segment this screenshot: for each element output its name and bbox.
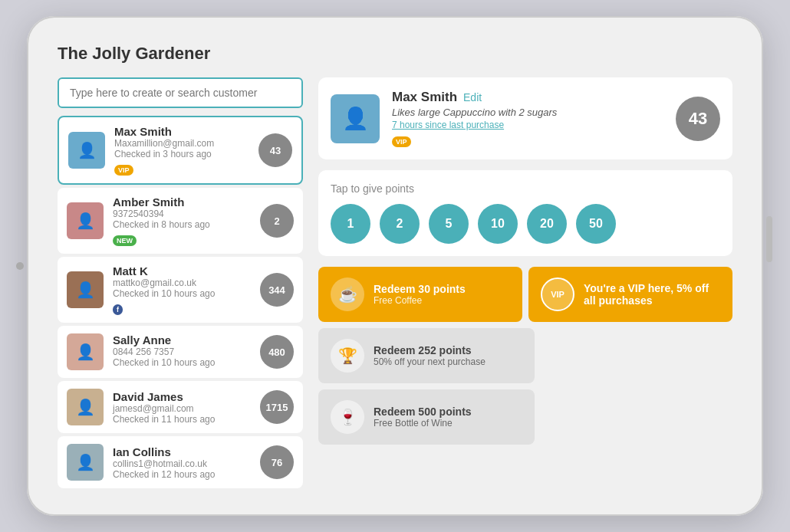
points-max-smith: 43 [258, 133, 292, 167]
redeem-text-252: Redeem 252 points 50% off your next purc… [374, 344, 522, 367]
customer-info-ian-collins: Ian Collins collins1@hotmail.co.uk Check… [113, 445, 251, 480]
right-panel: 👤 Max Smith Edit Likes large Cappuccino … [318, 77, 732, 488]
trophy-icon: 🏆 [331, 339, 364, 373]
main-layout: 👤 Max Smith Maxamillion@gmail.com Checke… [58, 77, 732, 488]
customer-checked-amber-smith: Checked in 8 hours ago [113, 219, 251, 230]
selected-preference: Likes large Cappuccino with 2 sugars [392, 107, 663, 118]
tablet-button[interactable] [16, 262, 24, 270]
redeem-title-vip: You're a VIP here, 5% off all purchases [584, 282, 720, 307]
selected-since[interactable]: 7 hours since last purchase [392, 120, 663, 130]
tap-points-card: Tap to give points 1 2 5 10 20 50 [318, 170, 732, 256]
points-ian-collins: 76 [260, 445, 294, 479]
customer-card-amber-smith[interactable]: 👤 Amber Smith 9372540394 Checked in 8 ho… [58, 188, 303, 254]
point-btn-1[interactable]: 1 [331, 204, 370, 244]
tablet-scroll[interactable] [766, 216, 772, 262]
points-sally-anne: 480 [260, 335, 294, 369]
customer-checked-matt-k: Checked in 10 hours ago [113, 288, 251, 299]
customer-card-sally-anne[interactable]: 👤 Sally Anne 0844 256 7357 Checked in 10… [58, 326, 303, 378]
customer-name-sally-anne: Sally Anne [113, 333, 251, 346]
customer-info-david-james: David James jamesd@gmail.com Checked in … [113, 390, 251, 425]
customer-info-amber-smith: Amber Smith 9372540394 Checked in 8 hour… [113, 195, 251, 246]
customer-detail-sally-anne: 0844 256 7357 [113, 346, 251, 357]
edit-customer-link[interactable]: Edit [463, 91, 482, 103]
customer-info-max-smith: Max Smith Maxamillion@gmail.com Checked … [114, 125, 249, 176]
redeem-text-coffee: Redeem 30 points Free Coffee [374, 283, 510, 306]
redeem-title-coffee: Redeem 30 points [374, 283, 510, 295]
selected-name-row: Max Smith Edit [392, 90, 663, 105]
redeem-card-coffee[interactable]: ☕ Redeem 30 points Free Coffee [318, 267, 522, 322]
redeem-sub-500: Free Bottle of Wine [374, 418, 522, 429]
redeem-card-252[interactable]: 🏆 Redeem 252 points 50% off your next pu… [318, 328, 535, 383]
redeem-text-vip: You're a VIP here, 5% off all purchases [584, 282, 720, 307]
customer-detail-david-james: jamesd@gmail.com [113, 403, 251, 414]
point-btn-10[interactable]: 10 [478, 204, 518, 244]
customer-detail-matt-k: mattko@gmail.co.uk [113, 277, 251, 288]
left-panel: 👤 Max Smith Maxamillion@gmail.com Checke… [58, 77, 303, 488]
redeem-sub-coffee: Free Coffee [374, 295, 510, 306]
selected-points-circle: 43 [676, 97, 720, 141]
avatar-ian-collins: 👤 [67, 444, 104, 481]
points-david-james: 1715 [260, 390, 294, 424]
badge-row-matt-k: f [113, 301, 251, 315]
selected-info: Max Smith Edit Likes large Cappuccino wi… [392, 90, 663, 147]
customer-list: 👤 Max Smith Maxamillion@gmail.com Checke… [58, 116, 303, 488]
customer-checked-ian-collins: Checked in 12 hours ago [113, 469, 251, 480]
selected-avatar: 👤 [331, 94, 380, 143]
customer-detail-ian-collins: collins1@hotmail.co.uk [113, 458, 251, 469]
customer-name-max-smith: Max Smith [114, 125, 249, 138]
point-btn-2[interactable]: 2 [380, 204, 420, 244]
points-amber-smith: 2 [260, 204, 294, 238]
tap-points-title: Tap to give points [331, 182, 720, 195]
customer-info-matt-k: Matt K mattko@gmail.co.uk Checked in 10 … [113, 264, 251, 315]
redeem-sub-252: 50% off your next purchase [374, 356, 522, 367]
avatar-sally-anne: 👤 [67, 333, 104, 370]
customer-name-amber-smith: Amber Smith [113, 195, 251, 209]
avatar-matt-k: 👤 [67, 271, 104, 308]
redeem-card-vip[interactable]: VIP You're a VIP here, 5% off all purcha… [528, 267, 732, 322]
tablet-frame: The Jolly Gardener 👤 Max Smith Maxamilli… [27, 16, 763, 516]
redeem-section: ☕ Redeem 30 points Free Coffee VIP You'r… [318, 267, 732, 445]
avatar-max-smith: 👤 [68, 132, 105, 169]
redeem-text-500: Redeem 500 points Free Bottle of Wine [374, 406, 522, 429]
points-matt-k: 344 [260, 273, 294, 307]
customer-card-david-james[interactable]: 👤 David James jamesd@gmail.com Checked i… [58, 381, 303, 433]
customer-search-input[interactable] [58, 77, 303, 108]
customer-card-ian-collins[interactable]: 👤 Ian Collins collins1@hotmail.co.uk Che… [58, 436, 303, 488]
redeem-title-252: Redeem 252 points [374, 344, 522, 356]
customer-detail-amber-smith: 9372540394 [113, 209, 251, 219]
coffee-icon: ☕ [331, 277, 364, 311]
customer-name-matt-k: Matt K [113, 264, 251, 277]
fb-badge-matt-k: f [113, 304, 123, 315]
redeem-title-500: Redeem 500 points [374, 406, 522, 418]
selected-customer-card: 👤 Max Smith Edit Likes large Cappuccino … [318, 77, 732, 159]
app-title: The Jolly Gardener [58, 44, 732, 64]
customer-checked-sally-anne: Checked in 10 hours ago [113, 357, 251, 368]
point-btn-50[interactable]: 50 [576, 204, 616, 244]
selected-customer-name: Max Smith [392, 90, 457, 105]
badge-row-amber-smith: NEW [113, 232, 251, 246]
badge-row-max-smith: VIP [114, 162, 249, 176]
avatar-amber-smith: 👤 [67, 202, 104, 239]
customer-name-david-james: David James [113, 390, 251, 403]
vip-icon: VIP [541, 277, 574, 311]
redeem-card-500[interactable]: 🍷 Redeem 500 points Free Bottle of Wine [318, 389, 535, 445]
vip-badge-max-smith: VIP [114, 165, 133, 176]
point-btn-20[interactable]: 20 [527, 204, 567, 244]
point-btn-5[interactable]: 5 [429, 204, 469, 244]
points-buttons: 1 2 5 10 20 50 [331, 204, 720, 244]
new-badge-amber-smith: NEW [113, 235, 137, 246]
wine-icon: 🍷 [331, 400, 364, 434]
customer-detail-max-smith: Maxamillion@gmail.com [114, 138, 249, 149]
customer-info-sally-anne: Sally Anne 0844 256 7357 Checked in 10 h… [113, 333, 251, 370]
customer-card-max-smith[interactable]: 👤 Max Smith Maxamillion@gmail.com Checke… [58, 116, 303, 185]
customer-checked-max-smith: Checked in 3 hours ago [114, 149, 249, 159]
avatar-david-james: 👤 [67, 389, 104, 425]
customer-name-ian-collins: Ian Collins [113, 445, 251, 458]
selected-vip-badge: VIP [392, 136, 411, 147]
customer-checked-david-james: Checked in 11 hours ago [113, 414, 251, 425]
customer-card-matt-k[interactable]: 👤 Matt K mattko@gmail.co.uk Checked in 1… [58, 257, 303, 323]
